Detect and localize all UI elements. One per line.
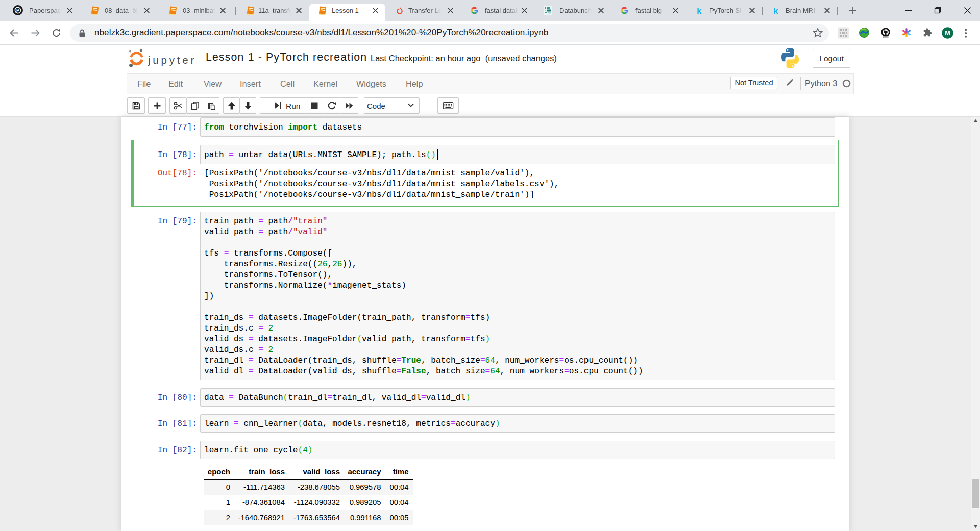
svg-text:jupyter: jupyter [148, 54, 197, 66]
svg-text:P: P [16, 8, 19, 13]
svg-text:M: M [945, 30, 950, 37]
svg-text:k: k [773, 6, 778, 15]
svg-text:k: k [697, 6, 702, 15]
